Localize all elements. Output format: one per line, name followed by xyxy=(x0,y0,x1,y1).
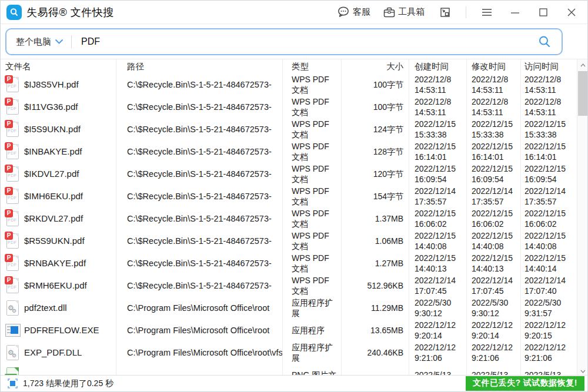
pdf-file-icon: PDFP xyxy=(5,210,19,227)
file-type: 应用程序扩 展 xyxy=(283,341,342,364)
file-path: C:\Program Files\Microsoft Office\root\v… xyxy=(116,341,283,364)
file-path: C:\Program Files\Microsoft Office\root xyxy=(116,297,283,319)
file-path: C:\$Recycle.Bin\S-1-5-21-484672573- xyxy=(116,207,283,230)
close-icon xyxy=(567,8,576,16)
file-type: 应用程序扩 展 xyxy=(283,297,342,319)
file-size: 100字节 xyxy=(342,73,409,96)
app-title: 失易得® 文件快搜 xyxy=(26,5,114,19)
table-row[interactable]: ⚙⚙ pdf2text.dll C:\Program Files\Microso… xyxy=(1,297,576,319)
file-created: 2022/12/14 17:35:57 xyxy=(409,185,467,207)
table-row[interactable]: PDFP $IKDVL27.pdf C:\$Recycle.Bin\S-1-5-… xyxy=(1,163,576,185)
file-name: pdf2text.dll xyxy=(24,303,67,313)
table-row[interactable]: PDFP $RMH6EKU.pdf C:\$Recycle.Bin\S-1-5-… xyxy=(1,274,576,297)
title-bar: 失易得® 文件快搜 客服 工具箱 xyxy=(1,1,587,24)
table-row[interactable]: ⚙⚙ EXP_PDF.DLL C:\Program Files\Microsof… xyxy=(1,341,576,364)
search-input[interactable] xyxy=(81,36,538,47)
mini-mode-button[interactable] xyxy=(437,5,453,20)
scrollbar-thumb[interactable] xyxy=(578,71,587,116)
file-size: 13.65MB xyxy=(342,319,409,341)
table-row[interactable]: PDFP $R5S9UKN.pdf C:\$Recycle.Bin\S-1-5-… xyxy=(1,230,576,252)
maximize-button[interactable] xyxy=(536,5,551,20)
file-accessed: 2022/12/14 17:35:57 xyxy=(521,185,576,207)
mini-mode-icon xyxy=(440,7,450,18)
file-name: $INBAKYE.pdf xyxy=(24,146,82,157)
file-type: WPS PDF 文档 xyxy=(283,163,342,185)
search-button[interactable] xyxy=(538,35,551,48)
file-size: 1.37MB xyxy=(342,207,409,230)
file-path: C:\Program Files\Microsoft Office\root xyxy=(116,319,283,341)
file-name: $IJ8S5VH.pdf xyxy=(24,79,79,90)
minimize-button[interactable] xyxy=(507,5,523,20)
file-size: 124字节 xyxy=(342,118,409,140)
file-modified: 2022/12/8 14:53:11 xyxy=(467,96,521,118)
app-logo xyxy=(6,5,22,20)
file-accessed: 2022/5/30 9:31:57 xyxy=(521,297,576,319)
file-created: 2022/12/15 14:40:08 xyxy=(409,230,467,252)
file-modified: 2022/12/8 14:53:11 xyxy=(467,73,521,96)
file-size: 11.29MB xyxy=(342,297,409,319)
table-row[interactable]: PDFP $IMH6EKU.pdf C:\$Recycle.Bin\S-1-5-… xyxy=(1,185,576,207)
close-button[interactable] xyxy=(564,5,579,20)
file-type: WPS PDF 文档 xyxy=(283,252,342,274)
file-type: WPS PDF 文档 xyxy=(283,118,342,140)
file-modified: 2022/5/30 9:30:12 xyxy=(467,297,521,319)
column-header-filename[interactable]: 文件名 xyxy=(1,59,116,73)
search-scope-dropdown[interactable]: 整个电脑 xyxy=(16,36,63,48)
file-type: WPS PDF 文档 xyxy=(283,73,342,96)
column-header-modified[interactable]: 修改时间 xyxy=(467,59,521,73)
file-modified: 2022/12/14 17:07:45 xyxy=(467,274,521,297)
table-row[interactable]: PDFP $RKDVL27.pdf C:\$Recycle.Bin\S-1-5-… xyxy=(1,207,576,230)
column-header-accessed[interactable]: 访问时间 xyxy=(521,59,576,73)
chat-bubble-icon xyxy=(338,6,350,18)
table-row[interactable]: PDFP $IJ8S5VH.pdf C:\$Recycle.Bin\S-1-5-… xyxy=(1,73,576,96)
column-header-type[interactable]: 类型 xyxy=(283,59,342,73)
file-created: 2022/12/15 16:14:01 xyxy=(409,140,467,163)
toolbox-icon xyxy=(383,7,395,18)
column-header-size[interactable]: 大小 xyxy=(342,59,409,73)
search-icon xyxy=(538,35,551,48)
exe-file-icon xyxy=(5,322,19,339)
file-size: 1.06MB xyxy=(342,230,409,252)
magnifier-logo-icon xyxy=(9,8,19,17)
table-row[interactable]: PDFP $INBAKYE.pdf C:\$Recycle.Bin\S-1-5-… xyxy=(1,140,576,163)
toolbox-button[interactable]: 工具箱 xyxy=(383,6,425,18)
minimize-icon xyxy=(511,8,519,16)
pdf-file-icon: PDFP xyxy=(5,166,19,182)
file-accessed: 2022/12/15 16:06:02 xyxy=(521,207,576,230)
file-type: WPS PDF 文档 xyxy=(283,185,342,207)
file-accessed: 2022/12/15 14:40:14 xyxy=(521,252,576,274)
selection-frame-icon xyxy=(8,378,18,388)
titlebar-separator xyxy=(466,6,466,18)
search-section: 整个电脑 xyxy=(1,24,587,59)
support-button[interactable]: 客服 xyxy=(338,6,370,18)
menu-button[interactable] xyxy=(479,5,495,20)
file-created: 2022/12/8 14:53:11 xyxy=(409,96,467,118)
file-created: 2022/12/12 9:20:14 xyxy=(409,319,467,341)
table-body: PDFP $IJ8S5VH.pdf C:\$Recycle.Bin\S-1-5-… xyxy=(1,73,587,377)
column-header-created[interactable]: 创建时间 xyxy=(409,59,467,73)
search-divider xyxy=(71,35,72,48)
file-modified: 2022/12/14 17:35:57 xyxy=(467,185,521,207)
file-path: C:\$Recycle.Bin\S-1-5-21-484672573- xyxy=(116,163,283,185)
file-size: 154字节 xyxy=(342,185,409,207)
file-size: 512.96KB xyxy=(342,274,409,297)
search-scope-label: 整个电脑 xyxy=(16,36,51,48)
column-header-path[interactable]: 路径 xyxy=(116,59,283,73)
pdf-file-icon: PDFP xyxy=(5,99,19,115)
status-bar: 1,723 结果使用了0.25 秒 文件已丢失? 试试数据恢复! xyxy=(1,375,587,391)
table-row[interactable]: PDFP $I5S9UKN.pdf C:\$Recycle.Bin\S-1-5-… xyxy=(1,118,576,140)
maximize-icon xyxy=(539,8,547,16)
table-row[interactable]: PDFP $I11VG36.pdf C:\$Recycle.Bin\S-1-5-… xyxy=(1,96,576,118)
data-recovery-button[interactable]: 文件已丢失? 试试数据恢复! xyxy=(466,376,584,391)
toolbox-label: 工具箱 xyxy=(398,6,425,18)
file-accessed: 2022/12/8 14:53:11 xyxy=(521,96,576,118)
file-name: $RKDVL27.pdf xyxy=(24,213,83,224)
file-name: $IKDVL27.pdf xyxy=(24,169,79,179)
scroll-up-icon[interactable] xyxy=(577,59,587,71)
file-size: 128字节 xyxy=(342,140,409,163)
table-row[interactable]: PDFP $RNBAKYE.pdf C:\$Recycle.Bin\S-1-5-… xyxy=(1,252,576,274)
file-created: 2022/5/30 9:30:12 xyxy=(409,297,467,319)
table-row[interactable]: PDFREFLOW.EXE C:\Program Files\Microsoft… xyxy=(1,319,576,341)
file-size: 240.46KB xyxy=(342,341,409,364)
vertical-scrollbar[interactable] xyxy=(577,59,587,377)
